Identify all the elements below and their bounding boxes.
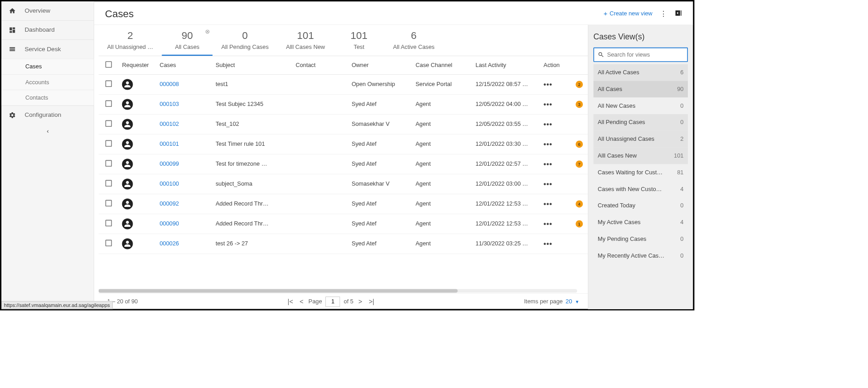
case-link[interactable]: 000099 [160,161,179,167]
row-checkbox[interactable] [105,101,111,107]
cell-subject: Test_102 [212,114,292,134]
view-list-item[interactable]: All New Cases0 [593,97,688,114]
expand-panel-icon[interactable] [674,9,682,19]
view-list-item[interactable]: My Pending Cases0 [593,231,688,248]
prev-page-button[interactable]: < [298,298,305,306]
view-tab[interactable]: 6All Active Cases [384,25,443,56]
view-list-item[interactable]: Created Today0 [593,197,688,214]
view-tab[interactable]: 0All Pending Cases [213,25,277,56]
nav-sub-accounts[interactable]: Accounts [1,74,94,90]
cell-owner: Syed Atef [348,214,412,234]
nav-configuration[interactable]: Configuration [1,105,94,125]
status-badge: 4 [576,200,583,207]
view-list-item[interactable]: Alll Cases New101 [593,148,688,164]
col-owner[interactable]: Owner [348,56,412,74]
next-page-button[interactable]: > [357,298,364,306]
case-link[interactable]: 000102 [160,121,179,127]
table-row[interactable]: 000100subject_SomaSomasekhar VAgent12/01… [99,174,588,194]
table-row[interactable]: 000008test1Open OwnershipService Portal1… [99,74,588,94]
avatar-icon [122,238,133,249]
table-row[interactable]: 000103Test Subjec 12345Syed AtefAgent12/… [99,94,588,114]
nav-service-desk[interactable]: Service Desk [1,39,94,58]
view-list-item[interactable]: My Recently Active Cas…0 [593,247,688,264]
view-tab[interactable]: 2All Unassigned … [99,25,162,56]
table-row[interactable]: 000101Test Timer rule 101Syed AtefAgent1… [99,134,588,154]
row-actions-menu[interactable]: ••• [544,220,552,228]
cell-contact [292,174,348,194]
case-link[interactable]: 000103 [160,101,179,107]
cell-activity: 12/01/2022 03:00 … [472,174,540,194]
row-checkbox[interactable] [105,120,111,127]
row-actions-menu[interactable]: ••• [544,200,552,208]
view-list-item[interactable]: My Active Cases4 [593,214,688,231]
create-new-view-button[interactable]: + Create new view [604,10,653,18]
table-scroll[interactable]: Requester Cases Subject Contact Owner Ca… [99,56,588,289]
case-link[interactable]: 000026 [160,240,179,247]
table-row[interactable]: 000099Test for timezone …Syed AtefAgent1… [99,154,588,174]
row-actions-menu[interactable]: ••• [544,140,552,148]
scrollbar-thumb[interactable] [99,289,458,292]
view-tab[interactable]: 101Alll Cases New [277,25,334,56]
col-channel[interactable]: Case Channel [412,56,472,74]
gear-icon [9,111,16,119]
cell-activity: 11/30/2022 03:25 … [472,234,540,254]
first-page-button[interactable]: |< [286,298,295,306]
cell-channel: Service Portal [412,74,472,94]
case-link[interactable]: 000090 [160,220,179,227]
cell-subject: Test for timezone … [212,154,292,174]
row-checkbox[interactable] [105,180,111,187]
row-checkbox[interactable] [105,140,111,147]
table-row[interactable]: 000090Added Record Thr…Syed AtefAgent12/… [99,214,588,234]
col-activity[interactable]: Last Activity [472,56,540,74]
case-link[interactable]: 000101 [160,141,179,147]
view-tab[interactable]: 90All Cases⊗ [162,25,213,56]
row-actions-menu[interactable]: ••• [544,100,552,108]
view-list-item[interactable]: All Pending Cases0 [593,114,688,131]
view-tab[interactable]: 101Test [334,25,384,56]
page-input[interactable] [326,297,340,307]
table-row[interactable]: 000092Added Record Thr…Syed AtefAgent12/… [99,194,588,214]
view-list-item[interactable]: All Unassigned Cases2 [593,131,688,148]
view-list-item[interactable]: All Cases90 [593,81,688,97]
view-list-item[interactable]: All Active Cases6 [593,64,688,81]
views-search-input[interactable] [607,52,683,58]
case-link[interactable]: 000008 [160,81,179,87]
cell-contact [292,114,348,134]
view-list-item[interactable]: Cases Waiting for Cust…81 [593,164,688,181]
table-row[interactable]: 000102Test_102Somasekhar VAgent12/05/202… [99,114,588,134]
sidebar-collapse-button[interactable] [1,125,94,140]
row-actions-menu[interactable]: ••• [544,180,552,188]
case-link[interactable]: 000092 [160,201,179,207]
table-row[interactable]: 000026test 26 -> 27Syed AtefAgent11/30/2… [99,234,588,254]
col-contact[interactable]: Contact [292,56,348,74]
col-subject[interactable]: Subject [212,56,292,74]
nav-sub-contacts[interactable]: Contacts [1,90,94,105]
cell-activity: 12/05/2022 04:00 … [472,94,540,114]
close-tab-icon[interactable]: ⊗ [205,28,210,34]
horizontal-scrollbar[interactable] [99,289,577,292]
last-page-button[interactable]: >| [367,298,376,306]
col-requester[interactable]: Requester [119,56,156,74]
pagination-controls: |< < Page of 5 > >| [286,297,376,307]
view-list-item[interactable]: Cases with New Custo…4 [593,181,688,197]
nav-dashboard[interactable]: Dashboard [1,20,94,39]
row-checkbox[interactable] [105,200,111,206]
views-search[interactable] [593,48,688,62]
kebab-menu-icon[interactable]: ⋮ [660,10,667,18]
sidebar: Overview Dashboard Service Desk Cases Ac… [1,1,94,309]
col-cases[interactable]: Cases [156,56,212,74]
select-all-checkbox[interactable] [105,61,111,67]
row-checkbox[interactable] [105,220,111,226]
row-actions-menu[interactable]: ••• [544,120,552,128]
items-per-page[interactable]: Items per page 20 ▼ [524,298,579,305]
row-checkbox[interactable] [105,81,111,87]
row-actions-menu[interactable]: ••• [544,160,552,168]
status-badge: 7 [576,160,583,168]
row-checkbox[interactable] [105,240,111,246]
nav-sub-cases[interactable]: Cases [1,59,94,74]
row-checkbox[interactable] [105,160,111,167]
nav-overview[interactable]: Overview [1,1,94,20]
row-actions-menu[interactable]: ••• [544,240,552,248]
case-link[interactable]: 000100 [160,181,179,187]
row-actions-menu[interactable]: ••• [544,80,552,88]
